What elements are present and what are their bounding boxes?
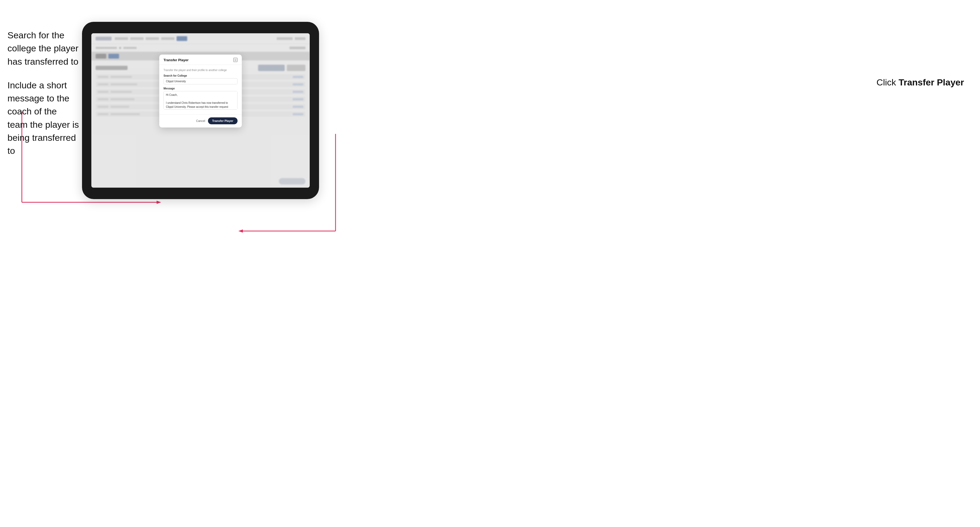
modal-footer: Cancel Transfer Player bbox=[159, 114, 242, 127]
transfer-player-button[interactable]: Transfer Player bbox=[208, 117, 238, 124]
modal-title: Transfer Player bbox=[164, 58, 189, 62]
transfer-player-modal: Transfer Player × Transfer the player an… bbox=[159, 55, 242, 127]
annotation-include-message: Include a short message to the coach of … bbox=[8, 79, 80, 157]
annotation-search-college: Search for the college the player has tr… bbox=[8, 29, 80, 68]
tablet-device: Transfer Player × Transfer the player an… bbox=[82, 22, 319, 199]
modal-body: Transfer the player and their profile to… bbox=[159, 65, 242, 114]
college-label: Search for College bbox=[164, 74, 237, 77]
modal-close-button[interactable]: × bbox=[233, 58, 237, 62]
svg-marker-2 bbox=[157, 201, 161, 204]
annotation-left: Search for the college the player has tr… bbox=[8, 29, 80, 157]
annotation-transfer-player-label: Transfer Player bbox=[899, 77, 964, 87]
tablet-screen: Transfer Player × Transfer the player an… bbox=[91, 33, 310, 187]
svg-marker-5 bbox=[238, 229, 243, 233]
modal-overlay: Transfer Player × Transfer the player an… bbox=[91, 33, 310, 187]
message-label: Message bbox=[164, 87, 237, 90]
annotation-right: Click Transfer Player bbox=[877, 77, 964, 87]
cancel-button[interactable]: Cancel bbox=[196, 119, 205, 122]
message-textarea[interactable] bbox=[164, 91, 237, 110]
college-search-input[interactable] bbox=[164, 78, 237, 84]
modal-subtitle: Transfer the player and their profile to… bbox=[164, 69, 237, 71]
modal-header: Transfer Player × bbox=[159, 55, 242, 65]
